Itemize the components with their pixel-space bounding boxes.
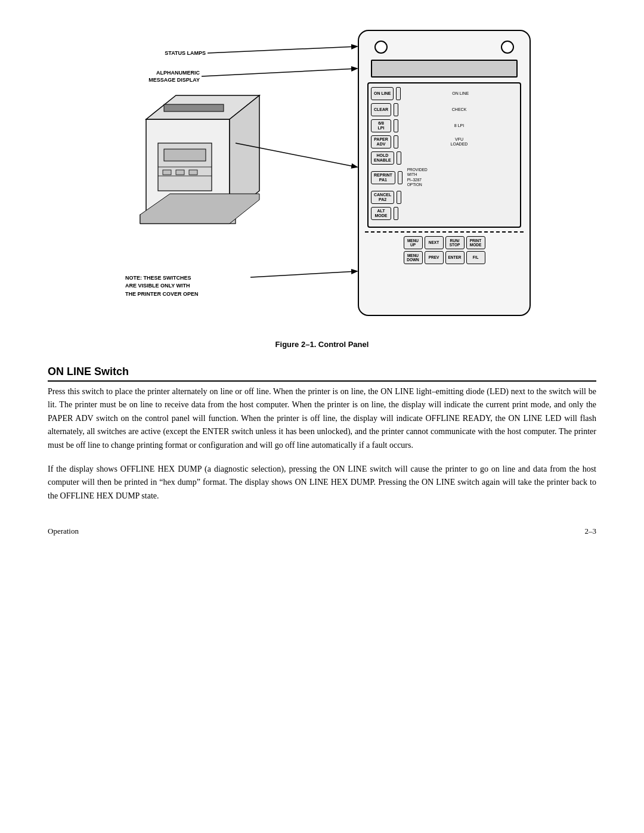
- label-vfu: VFULOADED: [401, 137, 518, 147]
- led-hold: [397, 151, 401, 165]
- btn-paper-adv[interactable]: PAPERADV: [371, 135, 391, 148]
- label-online: ON LINE: [403, 91, 518, 96]
- btn-reprint-pa1[interactable]: REPRINTPA1: [371, 171, 395, 184]
- footer-left: Operation: [48, 527, 79, 536]
- dashed-divider: [365, 231, 524, 233]
- page-footer: Operation 2–3: [48, 527, 596, 536]
- section-heading: ON LINE Switch: [48, 366, 596, 382]
- btn-row-online: ON LINE ON LINE: [371, 87, 518, 100]
- btn-cancel-pa2[interactable]: CANCELPA2: [371, 191, 394, 204]
- led-cancel: [397, 191, 401, 204]
- led-paper: [394, 135, 398, 148]
- label-check: CHECK: [401, 107, 518, 112]
- btn-row-altmode: ALTMODE: [371, 207, 518, 220]
- body-paragraph-2: If the display shows OFFLINE HEX DUMP (a…: [48, 463, 596, 503]
- led-reprint: [398, 171, 402, 184]
- status-lamp-left: [374, 41, 388, 54]
- btn-row-reprint: REPRINTPA1 PROVIDEDWITHPI–3287OPTION: [371, 168, 518, 188]
- svg-rect-3: [164, 104, 224, 112]
- btn-enter[interactable]: ENTER: [445, 251, 465, 264]
- diagram-container: ON LINE ON LINE CLEAR CHECK 6/8LPI: [48, 24, 596, 334]
- led-altmode: [394, 207, 398, 220]
- btn-menu-up[interactable]: MENUUP: [404, 236, 423, 249]
- btn-online[interactable]: ON LINE: [371, 87, 394, 100]
- footer-right: 2–3: [585, 527, 597, 536]
- btn-fl[interactable]: F/L: [466, 251, 485, 264]
- svg-rect-10: [189, 170, 197, 175]
- status-lamps-row: [365, 38, 524, 56]
- led-lpi: [394, 119, 398, 132]
- btn-row-paper: PAPERADV VFULOADED: [371, 135, 518, 148]
- svg-rect-9: [176, 170, 184, 175]
- control-panel: ON LINE ON LINE CLEAR CHECK 6/8LPI: [358, 30, 531, 316]
- provided-note: PROVIDEDWITHPI–3287OPTION: [407, 168, 428, 188]
- btn-menu-down[interactable]: MENUDOWN: [404, 251, 423, 264]
- printer-sketch: [125, 72, 262, 239]
- btn-row-cancel: CANCELPA2: [371, 191, 518, 204]
- btn-print-mode[interactable]: PRINTMODE: [466, 236, 485, 249]
- btn-run-stop[interactable]: RUN/STOP: [445, 236, 465, 249]
- figure-caption: Figure 2–1. Control Panel: [48, 340, 596, 349]
- status-lamp-right: [501, 41, 514, 54]
- btn-hold-enable[interactable]: HOLDENABLE: [371, 151, 394, 165]
- svg-line-14: [208, 47, 357, 53]
- led-clear: [394, 103, 398, 116]
- btn-row-lpi: 6/8LPI 8 LPI: [371, 119, 518, 132]
- body-paragraph-1: Press this switch to place the printer a…: [48, 385, 596, 452]
- diagram-inner: ON LINE ON LINE CLEAR CHECK 6/8LPI: [113, 24, 531, 334]
- btn-row-clear: CLEAR CHECK: [371, 103, 518, 116]
- btn-clear[interactable]: CLEAR: [371, 103, 391, 116]
- page-content: ON LINE ON LINE CLEAR CHECK 6/8LPI: [48, 24, 596, 536]
- svg-line-19: [250, 271, 357, 277]
- btn-alt-mode[interactable]: ALTMODE: [371, 207, 391, 220]
- btn-lpi[interactable]: 6/8LPI: [371, 119, 391, 132]
- svg-rect-5: [164, 149, 206, 161]
- button-panel: ON LINE ON LINE CLEAR CHECK 6/8LPI: [367, 82, 521, 228]
- btn-prev[interactable]: PREV: [425, 251, 444, 264]
- bottom-btn-row2: MENUDOWN PREV ENTER F/L: [365, 251, 524, 264]
- note-label: NOTE: THESE SWITCHESARE VISIBLE ONLY WIT…: [125, 274, 199, 299]
- svg-rect-8: [163, 170, 171, 175]
- svg-text:STATUS LAMPS: STATUS LAMPS: [165, 50, 206, 56]
- label-8lpi: 8 LPI: [401, 123, 518, 128]
- btn-next[interactable]: NEXT: [425, 236, 444, 249]
- btn-row-hold: HOLDENABLE: [371, 151, 518, 165]
- led-online: [396, 87, 401, 100]
- bottom-btn-row1: MENUUP NEXT RUN/STOP PRINTMODE: [365, 236, 524, 249]
- alpha-display: [371, 60, 518, 78]
